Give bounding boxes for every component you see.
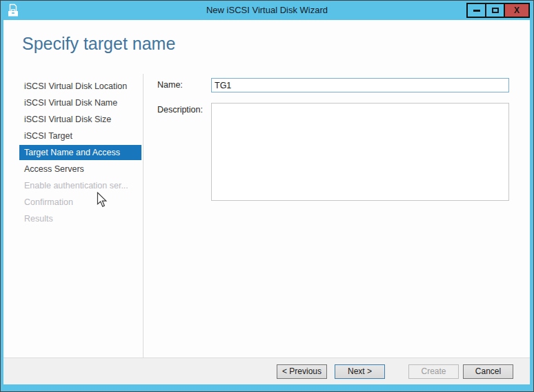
- create-button: Create: [408, 364, 459, 379]
- sidebar-item-disk-size[interactable]: iSCSI Virtual Disk Size: [19, 111, 141, 128]
- wizard-body: iSCSI Virtual Disk Location iSCSI Virtua…: [3, 74, 530, 358]
- sidebar-item-iscsi-target[interactable]: iSCSI Target: [19, 128, 141, 144]
- sidebar-item-confirmation: Confirmation: [19, 194, 141, 210]
- titlebar: New iSCSI Virtual Disk Wizard X: [1, 1, 533, 20]
- next-button[interactable]: Next >: [335, 364, 385, 379]
- sidebar-item-access-servers[interactable]: Access Servers: [19, 161, 141, 177]
- page-title: Specify target name: [3, 20, 530, 54]
- maximize-icon: [492, 8, 499, 13]
- sidebar-item-enable-authentication: Enable authentication ser...: [19, 177, 141, 194]
- sidebar-item-disk-location[interactable]: iSCSI Virtual Disk Location: [19, 78, 141, 95]
- description-label: Description:: [157, 103, 211, 115]
- sidebar-item-disk-name[interactable]: iSCSI Virtual Disk Name: [19, 95, 141, 111]
- target-name-input[interactable]: [211, 78, 509, 92]
- sidebar-item-target-name-access[interactable]: Target Name and Access: [19, 145, 141, 160]
- name-row: Name:: [157, 78, 512, 92]
- close-button[interactable]: X: [504, 3, 530, 18]
- previous-button[interactable]: < Previous: [277, 364, 327, 379]
- minimize-icon: [473, 10, 480, 12]
- sidebar-item-results: Results: [19, 210, 141, 227]
- window-controls: X: [468, 3, 530, 18]
- wizard-window: New iSCSI Virtual Disk Wizard X Specify …: [0, 0, 534, 392]
- close-icon: X: [514, 6, 520, 15]
- window-title: New iSCSI Virtual Disk Wizard: [1, 1, 533, 20]
- description-row: Description:: [157, 103, 512, 201]
- maximize-button[interactable]: [485, 3, 505, 18]
- name-label: Name:: [157, 78, 211, 90]
- target-description-input[interactable]: [211, 103, 509, 201]
- wizard-steps-sidebar: iSCSI Virtual Disk Location iSCSI Virtua…: [3, 74, 144, 358]
- wizard-content: Specify target name iSCSI Virtual Disk L…: [3, 20, 530, 358]
- wizard-footer: < Previous Next > Create Cancel: [3, 357, 530, 384]
- minimize-button[interactable]: [466, 3, 486, 18]
- target-name-form: Name: Description:: [144, 74, 530, 358]
- cancel-button[interactable]: Cancel: [463, 364, 513, 379]
